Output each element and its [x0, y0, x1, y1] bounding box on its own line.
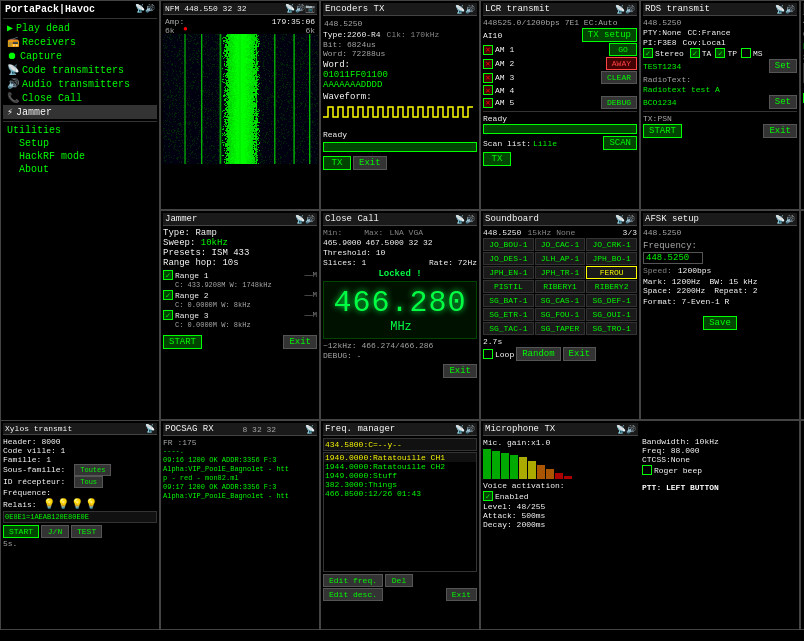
freqmgr-action-row: Edit freq. Del	[323, 574, 477, 587]
rds-set1-button[interactable]: Set	[769, 59, 797, 73]
xylos-title: Xylos transmit	[5, 424, 72, 433]
freqmgr-exit-button[interactable]: Exit	[446, 588, 477, 601]
soundboard-btn-0[interactable]: JO_BOU-1	[483, 238, 534, 251]
soundboard-btn-7[interactable]: JPH_TR-1	[535, 266, 586, 279]
lcr-away-button[interactable]: AWAY	[606, 57, 637, 70]
vu-bar-9	[555, 473, 563, 479]
soundboard-btn-6[interactable]: JPH_EN-1	[483, 266, 534, 279]
closecall-exit-button[interactable]: Exit	[443, 364, 477, 378]
rds-ms-check[interactable]	[741, 48, 751, 58]
freqmgr-edit-desc-button[interactable]: Edit desc.	[323, 588, 383, 601]
lcr-debug-button[interactable]: DEBUG	[601, 96, 637, 109]
relay-icon-2[interactable]: 💡	[57, 498, 69, 510]
lcr-am2-check[interactable]: ✕	[483, 59, 493, 69]
sidebar-item-receivers[interactable]: 📻 Receivers	[3, 35, 157, 49]
jammer-range3: ✓ Range 3 ——M	[163, 310, 317, 320]
soundboard-random-button[interactable]: Random	[516, 347, 560, 361]
rds-set2-button[interactable]: Set	[769, 95, 797, 109]
jammer-start-button[interactable]: START	[163, 335, 202, 349]
encoders-bit: Bit: 6824us	[323, 40, 477, 49]
soundboard-action-row: Loop Random Exit	[483, 347, 637, 361]
rds-stereo-check[interactable]: ✓	[643, 48, 653, 58]
soundboard-btn-2[interactable]: JO_CRK-1	[586, 238, 637, 251]
lcr-am5-check[interactable]: ✕	[483, 98, 493, 108]
afsk-freq-input[interactable]	[643, 252, 703, 264]
soundboard-btn-4[interactable]: JLH_AP-1	[535, 252, 586, 265]
soundboard-btn-11[interactable]: RIBERY2	[586, 280, 637, 293]
encoders-exit-button[interactable]: Exit	[353, 156, 387, 170]
soundboard-btn-19[interactable]: SG_TAPER	[535, 322, 586, 335]
receivers-icon: 📻	[7, 36, 19, 48]
lcr-tx-setup-button[interactable]: TX setup	[582, 28, 637, 42]
lcr-am4-check[interactable]: ✕	[483, 85, 493, 95]
jammer-range2-check[interactable]: ✓	[163, 290, 173, 300]
freqmgr-item-3[interactable]: 382.3000:Things	[324, 480, 476, 489]
soundboard-btn-10[interactable]: RIBERY1	[535, 280, 586, 293]
soundboard-btn-20[interactable]: SG_TRO-1	[586, 322, 637, 335]
relay-icon-1[interactable]: 💡	[43, 498, 55, 510]
lcr-tx-button[interactable]: TX	[483, 152, 511, 166]
lcr-scan-button[interactable]: SCAN	[603, 136, 637, 150]
relay-icon-3[interactable]: 💡	[71, 498, 83, 510]
soundboard-btn-3[interactable]: JO_DES-1	[483, 252, 534, 265]
soundboard-btn-9[interactable]: PISTIL	[483, 280, 534, 293]
soundboard-btn-17[interactable]: SG_OUI-1	[586, 308, 637, 321]
freqmgr-item-4[interactable]: 466.8500:12/26 01:43	[324, 489, 476, 498]
afsk-save-button[interactable]: Save	[703, 316, 737, 330]
jammer-range2: ✓ Range 2 ——M	[163, 290, 317, 300]
lcr-go-button[interactable]: GO	[609, 43, 637, 56]
freqmgr-edit-freq-button[interactable]: Edit freq.	[323, 574, 383, 587]
sidebar-item-about[interactable]: About	[3, 163, 157, 176]
soundboard-btn-5[interactable]: JPH_BO-1	[586, 252, 637, 265]
sidebar-item-setup[interactable]: Setup	[3, 137, 157, 150]
soundboard-btn-8[interactable]: FEROU	[586, 266, 637, 279]
jammer-exit-button[interactable]: Exit	[283, 335, 317, 349]
xylos-start-button[interactable]: START	[3, 525, 39, 538]
soundboard-loop-check[interactable]	[483, 349, 493, 359]
closecall-freq-display: 466.280 MHz	[323, 281, 477, 339]
rds-tp-check[interactable]: ✓	[715, 48, 725, 58]
freqmgr-item-2[interactable]: 1949.0000:Stuff	[324, 471, 476, 480]
sidebar-item-playdead[interactable]: ▶ Play dead	[3, 21, 157, 35]
mic-roger-check[interactable]	[642, 465, 652, 475]
xylos-code-display: 0E8E1=1AEAB120E80E0E	[3, 511, 157, 523]
lcr-clear-button[interactable]: CLEAR	[601, 71, 637, 84]
soundboard-btn-12[interactable]: SG_BAT-1	[483, 294, 534, 307]
xylos-tous-button[interactable]: Tous	[74, 476, 103, 488]
soundboard-btn-14[interactable]: SG_DEF-1	[586, 294, 637, 307]
afsk-format-row: Format: 7-Even-1 R	[643, 297, 797, 306]
freqmgr-item-0[interactable]: 1940.0000:Ratatouille CH1	[324, 453, 476, 462]
rds-start-button[interactable]: START	[643, 124, 682, 138]
freqmgr-del-button[interactable]: Del	[385, 574, 413, 587]
waterfall-display	[163, 34, 318, 164]
freqmgr-item-1[interactable]: 1944.0000:Ratatouille CH2	[324, 462, 476, 471]
jammer-range1-check[interactable]: ✓	[163, 270, 173, 280]
sidebar-item-hackrf[interactable]: HackRF mode	[3, 150, 157, 163]
soundboard-btn-16[interactable]: SG_FOU-1	[535, 308, 586, 321]
lcr-am1-check[interactable]: ✕	[483, 45, 493, 55]
rds-exit-button[interactable]: Exit	[763, 124, 797, 138]
soundboard-btn-13[interactable]: SG_CAS-1	[535, 294, 586, 307]
sidebar-item-codetx[interactable]: 📡 Code transmitters	[3, 63, 157, 77]
sidebar-item-audiotx[interactable]: 🔊 Audio transmitters	[3, 77, 157, 91]
vu-bar-10	[564, 476, 572, 479]
xylos-toutes-button[interactable]: Toutes	[74, 464, 111, 476]
soundboard-exit-button[interactable]: Exit	[563, 347, 597, 361]
xylos-test-button[interactable]: TEST	[71, 525, 102, 538]
xylos-code-val: Code ville: 1	[3, 446, 157, 455]
xylos-jn-button[interactable]: J/N	[41, 525, 69, 538]
jammer-range3-check[interactable]: ✓	[163, 310, 173, 320]
sidebar-item-closecall[interactable]: 📞 Close Call	[3, 91, 157, 105]
soundboard-btn-18[interactable]: SG_TAC-1	[483, 322, 534, 335]
soundboard-btn-15[interactable]: SG_ETR-1	[483, 308, 534, 321]
rds-ta-check[interactable]: ✓	[690, 48, 700, 58]
sidebar-item-jammer[interactable]: ⚡ Jammer	[3, 105, 157, 119]
soundboard-btn-1[interactable]: JO_CAC-1	[535, 238, 586, 251]
sidebar-item-capture[interactable]: ⏺ Capture	[3, 49, 157, 63]
relay-icon-4[interactable]: 💡	[85, 498, 97, 510]
lcr-am3-check[interactable]: ✕	[483, 73, 493, 83]
encoders-tx-button[interactable]: TX	[323, 156, 351, 170]
spectrum-header: NFM 448.550 32 32 📡🔊📷	[163, 3, 317, 15]
mic-enabled-check[interactable]: ✓	[483, 491, 493, 501]
freq-manager-panel: Freq. manager 📡🔊 434.5800:C=--y-- 1940.0…	[320, 420, 480, 630]
